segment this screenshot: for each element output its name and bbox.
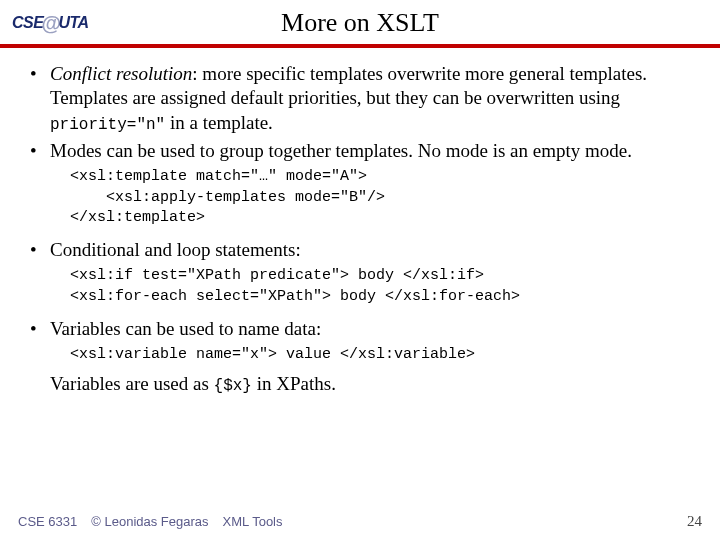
inline-code: priority="n"	[50, 116, 165, 134]
bullet-lead: Conflict resolution	[50, 63, 192, 84]
bullet-text: in a template.	[165, 112, 273, 133]
divider	[0, 44, 720, 48]
closing-text: in XPaths.	[252, 373, 336, 394]
bullet-text: Variables can be used to name data:	[50, 318, 321, 339]
footer-section: XML Tools	[223, 514, 283, 529]
bullet-item: Variables can be used to name data: <xsl…	[28, 317, 692, 396]
slide-title: More on XSLT	[12, 8, 708, 38]
footer-copyright: © Leonidas Fegaras	[91, 514, 208, 529]
footer-course: CSE 6331	[18, 514, 77, 529]
code-block: <xsl:variable name="x"> value </xsl:vari…	[50, 341, 692, 371]
page-number: 24	[687, 513, 702, 530]
bullet-item: Conditional and loop statements: <xsl:if…	[28, 238, 692, 313]
bullet-text: Modes can be used to group together temp…	[50, 140, 632, 161]
slide-footer: CSE 6331 © Leonidas Fegaras XML Tools 24	[0, 513, 720, 530]
bullet-text: Conditional and loop statements:	[50, 239, 301, 260]
closing-text: Variables are used as	[50, 373, 214, 394]
code-block: <xsl:template match="…" mode="A"> <xsl:a…	[50, 163, 692, 234]
slide-body: Conflict resolution: more specific templ…	[0, 62, 720, 396]
code-block: <xsl:if test="XPath predicate"> body </x…	[50, 262, 692, 313]
bullet-item: Modes can be used to group together temp…	[28, 139, 692, 234]
bullet-item: Conflict resolution: more specific templ…	[28, 62, 692, 135]
slide-header: CSE@UTA More on XSLT	[0, 0, 720, 38]
inline-code: {$x}	[214, 377, 252, 395]
